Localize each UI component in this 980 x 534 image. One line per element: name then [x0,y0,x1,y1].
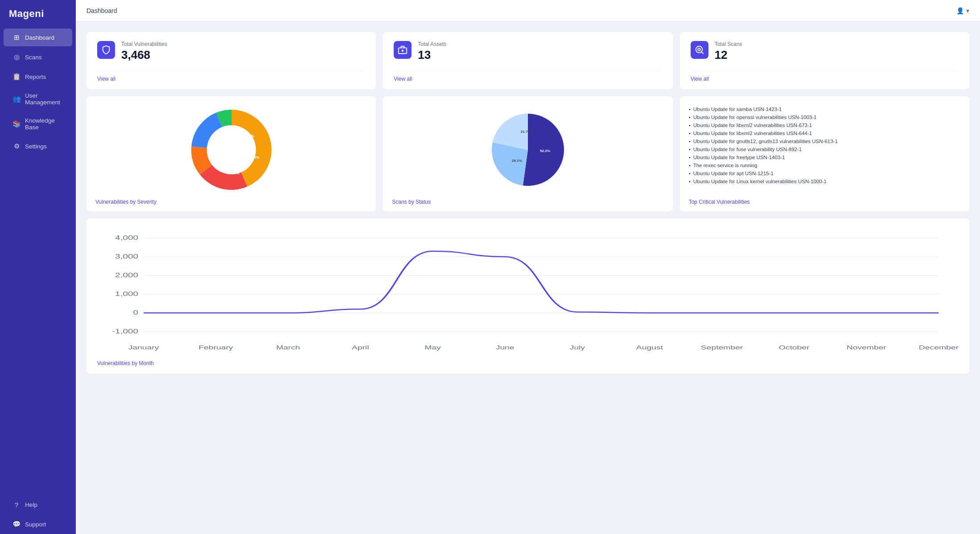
sidebar-item-settings[interactable]: ⚙ Settings [4,137,72,155]
vuln-severity-donut: 11.9% 17.6% 6.2% 43.5% 20.9% [187,105,276,194]
reports-icon: 📋 [12,73,21,81]
scans-status-card: 52.2% 26.1% 21.7% Scans by Status [383,96,672,211]
svg-text:43.5%: 43.5% [228,171,239,175]
sidebar-item-user-management[interactable]: 👥 User Management [4,87,72,111]
main-content: Dashboard 👤 ▾ Total Vulnerabilities 3,46… [76,0,980,534]
top-critical-area: Ubuntu Update for samba USN-1423-1Ubuntu… [689,105,960,194]
sidebar-label-support: Support [25,521,46,528]
svg-text:52.2%: 52.2% [540,149,550,153]
chart-line-path [144,251,939,313]
assets-view-all[interactable]: View all [394,71,662,82]
svg-text:June: June [496,344,515,350]
sidebar-label-dashboard: Dashboard [25,34,54,41]
assets-icon [394,41,412,59]
sidebar-label-scans: Scans [25,54,42,61]
vuln-by-month-card: JanuaryFebruaryMarchAprilMayJuneJulyAugu… [86,218,969,374]
chevron-down-icon: ▾ [966,7,969,14]
settings-icon: ⚙ [12,142,21,150]
vuln-by-month-chart: JanuaryFebruaryMarchAprilMayJuneJulyAugu… [97,229,959,354]
svg-point-4 [698,48,700,51]
svg-text:0: 0 [133,309,139,316]
assets-value: 13 [418,48,446,62]
vulnerabilities-icon [97,41,115,59]
page-content: Total Vulnerabilities 3,468 View all Tot… [76,21,980,534]
vuln-list-item: Ubuntu Update for fuse vulnerability USN… [689,145,838,153]
vulnerabilities-label: Total Vulnerabilities [121,41,167,47]
vuln-list-item: Ubuntu Update for libxml2 vulnerabilitie… [689,121,838,129]
svg-text:1,000: 1,000 [115,290,138,297]
dashboard-icon: ⊞ [12,33,21,41]
svg-text:20.9%: 20.9% [248,155,259,160]
svg-text:August: August [636,344,663,350]
vuln-list-item: Ubuntu Update for samba USN-1423-1 [689,105,838,113]
charts-row: 11.9% 17.6% 6.2% 43.5% 20.9% Vulnerabili… [86,96,969,211]
header: Dashboard 👤 ▾ [76,0,980,21]
help-icon: ? [12,501,21,509]
sidebar-item-reports[interactable]: 📋 Reports [4,68,72,86]
sidebar-item-scans[interactable]: ◎ Scans [4,48,72,66]
vuln-list-item: Ubuntu Update for apt USN-1215-1 [689,169,838,177]
svg-text:November: November [847,344,887,350]
svg-text:February: February [199,344,234,350]
sidebar-item-help[interactable]: ? Help [4,496,72,513]
knowledge-base-icon: 📚 [12,120,21,128]
vuln-list-item: Ubuntu Update for Linux kernel vulnerabi… [689,177,838,185]
vuln-by-month-label: Vulnerabilities by Month [97,360,959,366]
vulnerabilities-view-all[interactable]: View all [97,71,365,82]
svg-text:26.1%: 26.1% [512,159,522,163]
scans-status-pie: 52.2% 26.1% 21.7% [488,110,568,190]
svg-text:6.2%: 6.2% [212,148,222,153]
scans-view-all[interactable]: View all [691,71,959,82]
svg-text:11.9%: 11.9% [243,134,254,138]
svg-text:2,000: 2,000 [115,271,138,279]
svg-text:July: July [570,344,585,350]
svg-text:September: September [701,344,743,350]
support-icon: 💬 [12,520,21,528]
stat-card-assets: Total Assets 13 View all [383,32,672,89]
svg-text:December: December [919,344,959,350]
user-management-icon: 👥 [12,95,21,103]
breadcrumb: Dashboard [86,7,117,14]
vuln-list: Ubuntu Update for samba USN-1423-1Ubuntu… [689,105,838,185]
vuln-list-item: Ubuntu Update for gnutls12, gnutls13 vul… [689,137,838,145]
sidebar-item-knowledge-base[interactable]: 📚 Knowledge Base [4,112,72,136]
scans-stat-icon [691,41,708,59]
vuln-list-item: Ubuntu Update for freetype USN-1403-1 [689,153,838,161]
sidebar-label-settings: Settings [25,143,47,150]
stat-card-scans: Total Scans 12 View all [680,32,969,89]
scans-icon: ◎ [12,53,21,61]
vuln-severity-label: Vulnerabilities by Severity [95,199,367,205]
svg-text:4,000: 4,000 [115,234,138,241]
svg-text:April: April [352,344,369,350]
sidebar-label-user-management: User Management [25,92,63,106]
svg-text:17.6%: 17.6% [225,128,236,133]
svg-text:January: January [128,344,160,350]
top-critical-label: Top Critical Vulnerabilities [689,199,960,205]
vulnerabilities-value: 3,468 [121,48,167,62]
svg-text:3,000: 3,000 [115,253,138,260]
scans-value: 12 [715,48,742,62]
vuln-list-item: Ubuntu Update for openssl vulnerabilitie… [689,113,838,121]
app-logo: Mageni [0,0,76,28]
svg-text:May: May [424,344,441,350]
sidebar-item-dashboard[interactable]: ⊞ Dashboard [4,29,72,46]
svg-text:-1,000: -1,000 [112,328,138,335]
svg-text:March: March [276,344,300,350]
vuln-severity-card: 11.9% 17.6% 6.2% 43.5% 20.9% Vulnerabili… [86,96,376,211]
user-menu[interactable]: 👤 ▾ [956,7,969,14]
vuln-list-item: The rexec service is running [689,161,838,169]
sidebar-label-help: Help [25,501,37,508]
stats-row: Total Vulnerabilities 3,468 View all Tot… [86,32,969,89]
chart-y-labels: 4,0003,0002,0001,0000-1,000 [112,234,138,335]
svg-text:October: October [779,344,810,350]
scans-label: Total Scans [715,41,742,47]
top-critical-card: Ubuntu Update for samba USN-1423-1Ubuntu… [680,96,969,211]
sidebar-item-support[interactable]: 💬 Support [4,515,72,533]
scans-status-chart-area: 52.2% 26.1% 21.7% [392,105,663,194]
stat-card-vulnerabilities: Total Vulnerabilities 3,468 View all [86,32,376,89]
scans-status-label: Scans by Status [392,199,663,205]
sidebar-label-reports: Reports [25,74,46,80]
sidebar-label-knowledge-base: Knowledge Base [25,117,63,131]
sidebar-nav: ⊞ Dashboard ◎ Scans 📋 Reports 👥 User Man… [0,28,76,534]
assets-label: Total Assets [418,41,446,47]
